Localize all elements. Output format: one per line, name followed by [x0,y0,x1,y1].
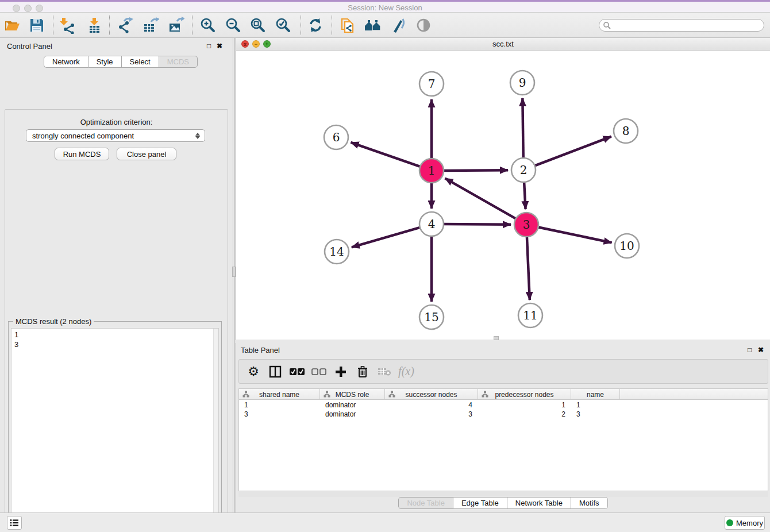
column-header-predecessor-nodes[interactable]: predecessor nodes [478,389,571,400]
criterion-dropdown[interactable]: strongly connected component [26,129,205,142]
tab-network[interactable]: Network [44,56,88,68]
edge-2-9[interactable] [522,98,523,159]
table-cell[interactable]: 3 [385,410,478,419]
export-network-icon[interactable] [115,16,134,34]
graph-node-label: 7 [428,77,436,91]
edge-3-10[interactable] [537,227,612,242]
table-close-button[interactable]: ✖ [758,346,764,354]
tab-style[interactable]: Style [88,56,122,68]
result-scrollbar[interactable] [213,329,218,532]
delete-table-icon [374,363,395,381]
graph-node-label: 11 [523,309,537,322]
optimization-criterion-label: Optimization criterion: [5,118,228,126]
mcds-result-list[interactable]: 13 [11,328,219,532]
hide-graphics-icon[interactable] [414,16,433,34]
column-header-shared-name[interactable]: shared name [239,389,320,400]
table-cell[interactable]: dominator [320,400,385,410]
edge-1-2[interactable] [442,170,508,171]
select-all-icon[interactable] [286,363,308,381]
tab-edge-table[interactable]: Edge Table [453,497,507,509]
apply-function-icon: f(x) [395,363,417,381]
search-icon [603,21,611,29]
table-header-row: shared nameMCDS rolesuccessor nodesprede… [239,389,768,400]
import-network-icon[interactable] [57,16,77,34]
graph-node-label: 9 [519,76,526,90]
edge-2-8[interactable] [534,137,611,167]
toolbar-separator [192,16,192,35]
column-header-name[interactable]: name [571,389,620,400]
table-cell[interactable]: 3 [571,410,620,419]
network-canvas[interactable]: 7968124314101511 [236,51,770,340]
tab-select[interactable]: Select [122,56,159,68]
show-columns-icon[interactable] [264,363,286,381]
table-float-button[interactable]: □ [748,346,752,354]
export-image-icon[interactable] [166,16,186,34]
graph-node-label: 2 [520,163,528,177]
search-input[interactable] [611,20,764,30]
float-panel-button[interactable]: □ [207,42,211,50]
memory-button[interactable]: Memory [725,516,765,530]
close-panel-button-inner[interactable]: Close panel [117,148,176,160]
edge-4-3[interactable] [442,224,511,225]
memory-label: Memory [736,519,763,527]
zoom-in-icon[interactable] [198,16,218,34]
table-cell[interactable]: 1 [571,400,620,410]
table-cell[interactable]: dominator [320,410,385,419]
graph-node-label: 3 [523,218,530,232]
tab-node-table[interactable]: Node Table [398,497,453,509]
network-graph[interactable]: 7968124314101511 [236,51,770,340]
session-title: Session: New Session [0,3,770,12]
open-file-icon[interactable] [3,16,22,34]
table-panel: Table Panel □ ✖ ⚙ f(x) [236,343,770,512]
edge-4-14[interactable] [352,227,421,247]
result-line: 3 [14,340,215,349]
table-cell[interactable]: 4 [385,400,478,410]
mcds-tab-content: Optimization criterion: strongly connect… [5,109,228,532]
tab-mcds[interactable]: MCDS [159,56,198,68]
zoom-fit-icon[interactable] [248,16,268,34]
tab-motifs[interactable]: Motifs [571,497,608,509]
canvas-splitter-handle[interactable] [494,336,499,340]
application-window: Session: New Session [0,0,770,532]
settings-gear-icon[interactable]: ⚙ [242,363,264,381]
export-table-icon[interactable] [141,16,160,34]
graph-node-label: 1 [428,164,436,178]
home-icon[interactable] [363,16,383,34]
table-cell[interactable]: 3 [239,410,320,419]
close-panel-button[interactable]: ✖ [217,42,222,50]
style-details-icon[interactable] [388,16,407,34]
list-icon [10,519,19,527]
zoom-selected-icon[interactable] [274,16,293,34]
graph-node-label: 6 [333,130,340,144]
tab-network-table[interactable]: Network Table [507,497,571,509]
run-mcds-button[interactable]: Run MCDS [55,148,109,160]
edge-3-11[interactable] [527,236,530,300]
clone-network-icon[interactable] [338,16,357,34]
add-column-icon[interactable] [330,363,352,381]
save-session-icon[interactable] [27,16,47,34]
import-table-icon[interactable] [84,16,104,34]
table-cell[interactable]: 1 [478,400,571,410]
task-history-button[interactable] [7,516,22,530]
deselect-all-icon[interactable] [308,363,330,381]
graph-node-label: 14 [329,245,344,259]
criterion-value: strongly connected component [26,132,193,140]
edge-2-3[interactable] [524,181,526,209]
table-row[interactable]: 3dominator323 [239,410,768,419]
zoom-out-icon[interactable] [224,16,243,34]
table-panel-title: Table Panel [241,346,280,354]
column-header-successor-nodes[interactable]: successor nodes [385,389,478,400]
control-panel-title: Control Panel [7,42,52,51]
control-panel: Control Panel □ ✖ NetworkStyleSelectMCDS… [0,38,232,512]
search-field[interactable] [599,19,764,32]
table-tabs: Node TableEdge TableNetwork TableMotifs [236,497,770,509]
table-cell[interactable]: 1 [239,400,320,410]
table-cell[interactable]: 2 [478,410,571,419]
column-header-MCDS-role[interactable]: MCDS role [320,389,385,400]
table-row[interactable]: 1dominator411 [239,400,768,410]
edge-3-1[interactable] [445,178,517,219]
mcds-result-groupbox: MCDS result (2 nodes) 13 [8,321,222,532]
edge-1-6[interactable] [351,142,421,167]
delete-column-icon[interactable] [352,363,374,381]
refresh-icon[interactable] [306,16,325,34]
